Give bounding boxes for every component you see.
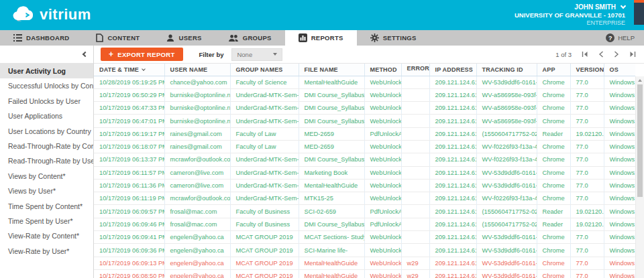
- table-cell: 77.0: [570, 153, 604, 166]
- column-header[interactable]: METHOD: [364, 64, 401, 76]
- prev-page-icon[interactable]: [598, 51, 604, 58]
- help-button[interactable]: ? HELP: [596, 30, 644, 46]
- collapse-sidebar-button[interactable]: [83, 52, 88, 57]
- table-cell: [401, 166, 429, 179]
- table-cell: DMI Course_Syllabus_ Info...: [299, 102, 364, 115]
- sidebar-item[interactable]: Views by Content*: [0, 169, 93, 184]
- table-cell: Windows: [604, 257, 635, 269]
- sidebar-item[interactable]: Time Spent by Content*: [0, 199, 93, 214]
- table-row[interactable]: 10/17/2019 06:09:46 PMfrosal@mac.comFacu…: [94, 218, 635, 230]
- sidebar-item[interactable]: View-Rate by User*: [0, 244, 93, 259]
- table-row[interactable]: 10/17/2019 06:19:17 PMraines@gmail.comFa…: [94, 127, 635, 140]
- table-cell: [401, 205, 429, 218]
- table-row[interactable]: 10/28/2019 05:19:25 PMchance@yahoo.comFa…: [94, 76, 635, 88]
- table-cell: 209.121.124.61: [429, 192, 476, 205]
- table-cell: WebUnlock...: [364, 153, 401, 166]
- first-page-icon[interactable]: [582, 51, 588, 58]
- sidebar-item[interactable]: Read-Through-Rate by Content*: [0, 139, 93, 153]
- table-cell: Windows: [604, 179, 635, 192]
- scroll-up-icon[interactable]: [636, 76, 644, 84]
- column-header[interactable]: APP: [537, 64, 570, 76]
- table-row[interactable]: 10/17/2019 06:09:36 PMengelen@yahoo.caMC…: [94, 244, 635, 257]
- table-cell: Faculty of Business: [230, 218, 299, 230]
- table-row[interactable]: 10/17/2019 06:11:36 PMcameron@live.comUn…: [94, 179, 635, 192]
- tab-content[interactable]: CONTENT: [83, 30, 153, 46]
- question-circle-icon: ?: [606, 33, 614, 42]
- table-cell: Windows: [604, 153, 635, 166]
- table-cell: 209.121.124.61: [429, 102, 476, 115]
- table-cell: 209.121.124.61: [429, 153, 476, 166]
- column-header[interactable]: FILE NAME: [299, 64, 364, 76]
- account-menu[interactable]: JOHN SMITH UNIVERSITY OF GRANVILLE - 107…: [515, 3, 625, 27]
- sidebar-item[interactable]: User Applications: [0, 109, 93, 123]
- column-header[interactable]: USER NAME: [164, 64, 230, 76]
- table-cell: DMI Course_Syllabus_ Info...: [299, 115, 364, 127]
- table-row[interactable]: 10/17/2019 06:08:50 PMengelen@yahoo.caMC…: [94, 269, 635, 278]
- column-header[interactable]: TRACKING ID: [476, 64, 537, 76]
- table-cell: 77.0: [570, 140, 604, 153]
- tab-groups[interactable]: GROUPS: [215, 30, 285, 46]
- table-cell: [401, 153, 429, 166]
- table-scrollbar[interactable]: [635, 76, 644, 278]
- table-cell: MentalHealthGuide: [299, 269, 364, 278]
- table-row[interactable]: 10/17/2019 06:47:33 PMburniske@optonline…: [94, 102, 635, 115]
- table-cell: Windows: [604, 192, 635, 205]
- tab-users[interactable]: USERS: [153, 30, 215, 46]
- table-cell: 19.02120...: [570, 205, 604, 218]
- table-cell: MCAT GROUP 2019: [230, 231, 299, 244]
- vitrium-logo[interactable]: vitrium: [11, 5, 91, 25]
- table-cell: [401, 76, 429, 88]
- table-cell: Marketing Book: [299, 166, 364, 179]
- export-report-button[interactable]: + EXPORT REPORT: [101, 48, 183, 61]
- table-cell: 209.121.124.61: [429, 257, 476, 269]
- column-header[interactable]: ERROR?: [401, 64, 429, 76]
- column-header[interactable]: OS: [604, 64, 635, 76]
- table-cell: MCAT GROUP 2019: [230, 257, 299, 269]
- table-row[interactable]: 10/17/2019 06:11:57 PMcameron@live.comUn…: [94, 166, 635, 179]
- table-cell: 10/17/2019 06:18:07 PM: [94, 140, 164, 153]
- table-row[interactable]: 10/17/2019 06:11:19 PMmcrawfor@outlook.c…: [94, 192, 635, 205]
- filter-select[interactable]: None: [231, 48, 282, 61]
- user-icon: [166, 34, 174, 42]
- table-row[interactable]: 10/17/2019 06:50:29 PMburniske@optonline…: [94, 88, 635, 101]
- column-header[interactable]: IP ADDRESS: [429, 64, 476, 76]
- tab-settings[interactable]: SETTINGS: [357, 30, 430, 46]
- next-page-icon[interactable]: [614, 51, 619, 58]
- column-header[interactable]: VERSION: [570, 64, 604, 76]
- table-row[interactable]: 10/17/2019 06:47:01 PMburniske@optonline…: [94, 115, 635, 127]
- sidebar-item[interactable]: Views by User*: [0, 184, 93, 198]
- table-row[interactable]: 10/17/2019 06:09:57 PMfrosal@mac.comFacu…: [94, 205, 635, 218]
- sidebar-item[interactable]: Read-Through-Rate by User*: [0, 153, 93, 168]
- table-cell: Chrome: [537, 115, 570, 127]
- table-row[interactable]: 10/17/2019 06:09:13 PMengelen@yahoo.caMC…: [94, 257, 635, 269]
- table-cell: w29: [401, 269, 429, 278]
- table-cell: WebUnlock...: [364, 269, 401, 278]
- scrollbar-thumb[interactable]: [637, 84, 643, 197]
- sidebar-item[interactable]: User Activity Log: [0, 64, 93, 78]
- table-cell: WV-53d9ddf6-0161-4c...: [476, 76, 537, 88]
- column-header[interactable]: DATE & TIME: [94, 64, 164, 76]
- document-icon: [96, 33, 103, 42]
- table-row[interactable]: 10/17/2019 06:09:41 PMengelen@yahoo.caMC…: [94, 231, 635, 244]
- tab-label: USERS: [178, 34, 201, 42]
- list-icon: [13, 34, 22, 42]
- tab-reports[interactable]: REPORTS: [285, 30, 357, 46]
- plus-icon: +: [109, 50, 113, 59]
- tab-dashboard[interactable]: DASHBOARD: [0, 30, 83, 46]
- sidebar-item[interactable]: Successful Unlocks by Content: [0, 78, 93, 93]
- table-row[interactable]: 10/17/2019 06:18:07 PMraines@gmail.comFa…: [94, 140, 635, 153]
- table-cell: frosal@mac.com: [164, 218, 230, 230]
- table-cell: [401, 140, 429, 153]
- column-header[interactable]: GROUP NAMES: [230, 64, 299, 76]
- table-cell: 77.0: [570, 269, 604, 278]
- column-header-label: METHOD: [370, 66, 397, 73]
- last-page-icon[interactable]: [629, 51, 636, 58]
- table-cell: Windows: [604, 115, 635, 127]
- table-cell: WV-f0226f93-f13a-4b1...: [476, 153, 537, 166]
- table-cell: mcrawfor@outlook.com: [164, 153, 230, 166]
- sidebar-item[interactable]: View-Rate by Content*: [0, 228, 93, 243]
- sidebar-item[interactable]: User Locations by Country: [0, 124, 93, 139]
- sidebar-item[interactable]: Failed Unlocks by User: [0, 94, 93, 109]
- sidebar-item[interactable]: Time Spent by User*: [0, 214, 93, 228]
- table-row[interactable]: 10/17/2019 06:13:37 PMmcrawfor@outlook.c…: [94, 153, 635, 166]
